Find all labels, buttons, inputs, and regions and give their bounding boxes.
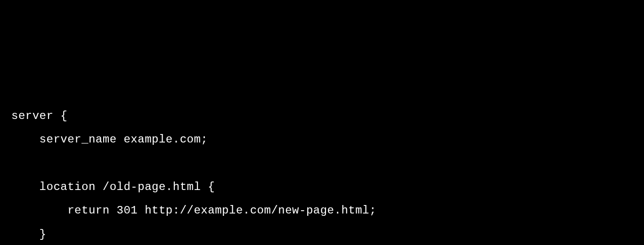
code-line: location /old-page.html {: [11, 181, 215, 193]
code-line: server_name example.com;: [11, 133, 208, 146]
code-line: }: [11, 228, 47, 241]
code-line: return 301 http://example.com/new-page.h…: [11, 204, 376, 217]
code-block: server { server_name example.com; locati…: [11, 104, 633, 245]
code-line: server {: [11, 110, 67, 122]
